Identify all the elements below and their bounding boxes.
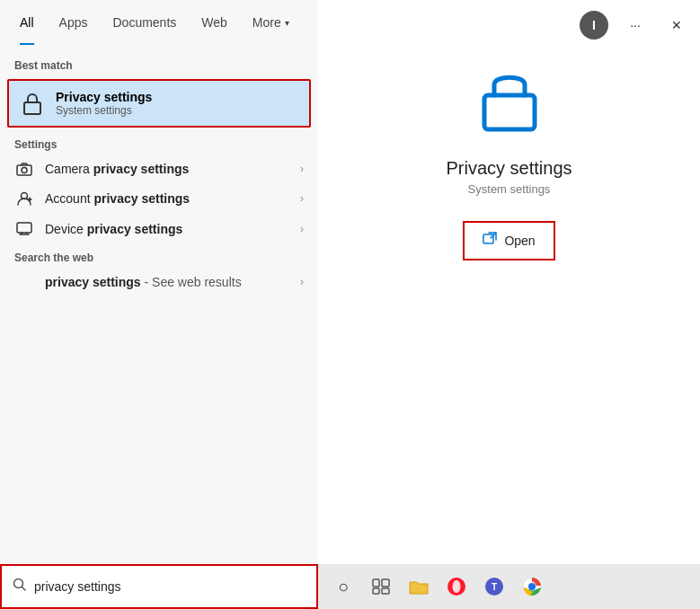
open-button[interactable]: Open — [466, 225, 551, 257]
search-bar — [0, 564, 318, 609]
taskbar-chrome-icon[interactable] — [516, 570, 548, 603]
device-privacy-text: Device privacy settings — [45, 222, 289, 236]
taskbar-opera-icon[interactable] — [440, 570, 473, 603]
svg-rect-8 — [382, 579, 389, 587]
device-icon — [14, 221, 34, 237]
tab-documents[interactable]: Documents — [100, 0, 189, 45]
svg-rect-6 — [483, 234, 493, 243]
svg-rect-4 — [17, 223, 31, 233]
camera-chevron-icon: › — [300, 163, 304, 175]
svg-rect-9 — [373, 588, 379, 594]
privacy-settings-icon — [478, 63, 541, 144]
svg-point-2 — [22, 168, 27, 173]
account-chevron-icon: › — [300, 192, 304, 205]
tab-more[interactable]: More ▾ — [240, 0, 302, 45]
svg-rect-0 — [24, 102, 40, 114]
top-icons: I ··· ✕ — [580, 11, 691, 40]
user-avatar[interactable]: I — [580, 11, 608, 40]
search-input[interactable] — [34, 579, 306, 594]
web-search-text: privacy settings - See web results — [45, 275, 289, 289]
settings-section-label: Settings — [0, 131, 318, 154]
results-area: Best match Privacy settings System setti… — [0, 45, 318, 564]
svg-rect-5 — [484, 95, 535, 129]
open-button-wrapper: Open — [463, 221, 554, 260]
app-detail-subtitle: System settings — [468, 182, 551, 196]
camera-icon — [14, 162, 34, 176]
svg-text:T: T — [492, 582, 497, 592]
app-detail: Privacy settings System settings Open — [345, 36, 673, 260]
tab-web[interactable]: Web — [189, 0, 240, 45]
right-panel: I ··· ✕ Privacy settings System settings — [318, 0, 700, 564]
taskbar-search-icon[interactable]: ○ — [327, 570, 359, 603]
close-button[interactable]: ✕ — [662, 11, 691, 40]
left-panel: All Apps Documents Web More ▾ Best match… — [0, 0, 318, 564]
best-match-title: Privacy settings — [56, 90, 152, 104]
tab-all[interactable]: All — [7, 0, 47, 45]
taskbar-taskview-icon[interactable] — [365, 570, 397, 603]
tabs-bar: All Apps Documents Web More ▾ — [0, 0, 318, 45]
best-match-subtitle: System settings — [56, 104, 152, 117]
more-options-button[interactable]: ··· — [621, 11, 650, 40]
camera-privacy-item[interactable]: Camera privacy settings › — [0, 154, 318, 183]
web-chevron-icon: › — [300, 276, 304, 288]
taskbar: ○ T — [318, 564, 700, 609]
device-chevron-icon: › — [300, 223, 304, 235]
taskbar-teams-icon[interactable]: T — [478, 570, 510, 603]
account-privacy-text: Account privacy settings — [45, 191, 289, 206]
app-detail-title: Privacy settings — [446, 158, 572, 179]
open-icon — [483, 232, 497, 250]
svg-rect-1 — [17, 165, 31, 175]
tab-apps[interactable]: Apps — [47, 0, 101, 45]
account-icon — [14, 190, 34, 207]
open-label: Open — [504, 234, 535, 248]
best-match-item[interactable]: Privacy settings System settings — [7, 79, 311, 128]
best-match-label: Best match — [0, 52, 318, 75]
web-section-label: Search the web — [0, 244, 318, 268]
camera-privacy-text: Camera privacy settings — [45, 162, 289, 176]
taskbar-explorer-icon[interactable] — [403, 570, 435, 603]
svg-point-12 — [453, 580, 461, 593]
device-privacy-item[interactable]: Device privacy settings › — [0, 214, 318, 244]
chevron-down-icon: ▾ — [285, 18, 289, 28]
best-match-text: Privacy settings System settings — [56, 90, 152, 117]
web-search-item[interactable]: privacy settings - See web results › — [0, 268, 318, 296]
svg-rect-7 — [373, 579, 379, 587]
lock-icon — [20, 92, 45, 115]
svg-rect-10 — [382, 588, 389, 594]
account-privacy-item[interactable]: Account privacy settings › — [0, 183, 318, 214]
search-icon — [13, 578, 27, 596]
